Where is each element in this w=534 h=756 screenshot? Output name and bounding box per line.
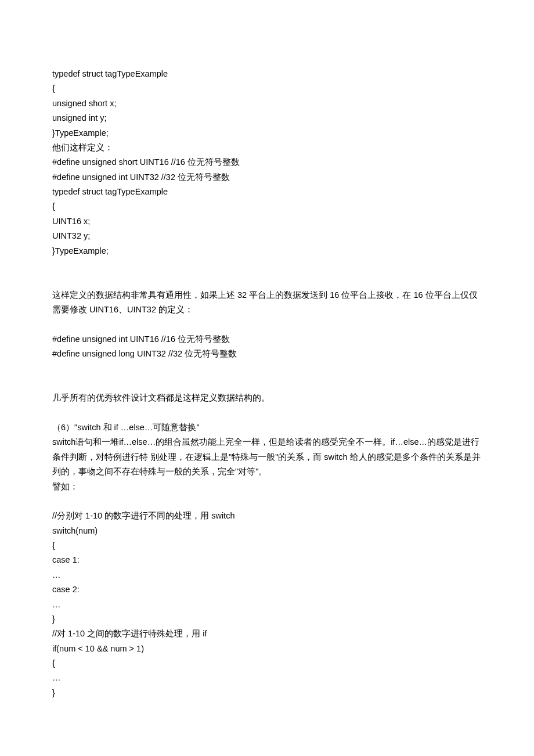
blank-line [52, 406, 482, 420]
text-line: switch(num) [52, 524, 482, 538]
text-line: typedef struct tagTypeExample [52, 185, 482, 199]
text-line: #define unsigned short UINT16 //16 位无符号整… [52, 155, 482, 170]
text-line: … [52, 671, 482, 685]
text-line: unsigned short x; [52, 96, 482, 111]
text-line: #define unsigned int UINT32 //32 位无符号整数 [52, 170, 482, 185]
text-line: { [52, 538, 482, 553]
text-line: //对 1-10 之间的数字进行特殊处理，用 if [52, 627, 482, 641]
text-line: //分别对 1-10 的数字进行不同的处理，用 switch [52, 509, 482, 523]
text-line: 譬如： [52, 480, 482, 494]
text-line: … [52, 597, 482, 612]
document-page: typedef struct tagTypeExample{unsigned s… [0, 0, 534, 753]
text-line: } [52, 612, 482, 627]
blank-line [52, 494, 482, 509]
blank-line [52, 273, 482, 287]
text-line: 几乎所有的优秀软件设计文档都是这样定义数据结构的。 [52, 391, 482, 405]
blank-line [52, 376, 482, 391]
text-line: #define unsigned long UINT32 //32 位无符号整数 [52, 347, 482, 361]
text-line: }TypeExample; [52, 126, 482, 141]
text-line: case 2: [52, 582, 482, 597]
text-line: switch语句和一堆if…else…的组合虽然功能上完全一样，但是给读者的感受… [52, 435, 482, 479]
text-line: } [52, 686, 482, 700]
text-line: { [52, 656, 482, 671]
text-line: UINT16 x; [52, 214, 482, 229]
text-line: 他们这样定义： [52, 141, 482, 155]
blank-line [52, 258, 482, 273]
text-line: typedef struct tagTypeExample [52, 67, 482, 81]
text-line: … [52, 568, 482, 582]
text-line: 这样定义的数据结构非常具有通用性，如果上述 32 平台上的数据发送到 16 位平… [52, 288, 482, 318]
text-line: UINT32 y; [52, 229, 482, 243]
text-line: if(num < 10 && num > 1) [52, 642, 482, 656]
text-line: case 1: [52, 553, 482, 567]
text-line: unsigned int y; [52, 111, 482, 125]
text-line: { [52, 81, 482, 96]
text-line: }TypeExample; [52, 244, 482, 258]
text-line: #define unsigned int UINT16 //16 位无符号整数 [52, 332, 482, 347]
blank-line [52, 362, 482, 376]
blank-line [52, 317, 482, 332]
text-line: （6）"switch 和 if …else…可随意替换" [52, 420, 482, 435]
text-line: { [52, 199, 482, 214]
